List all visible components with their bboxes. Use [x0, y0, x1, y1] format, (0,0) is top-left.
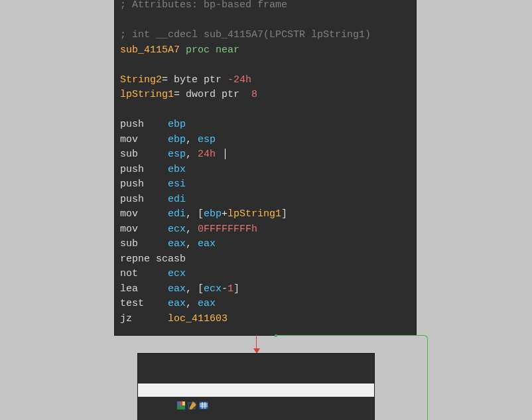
var-name: lpString1 — [120, 89, 174, 100]
asm-line[interactable]: push ebp — [120, 117, 411, 133]
comment-line: ; int __cdecl sub_4115A7(LPCSTR lpString… — [120, 28, 411, 43]
asm-line[interactable]: sub eax, eax — [120, 237, 411, 252]
register: edi — [168, 208, 186, 220]
mnemonic: push — [120, 194, 168, 205]
register: eax — [198, 238, 216, 249]
var-name: String2 — [120, 74, 162, 86]
edit-icon[interactable] — [152, 385, 161, 395]
number: 1 — [228, 283, 233, 295]
punct: = — [174, 89, 186, 100]
register: ecx — [168, 268, 186, 279]
asm-line[interactable]: test eax, eax — [120, 297, 411, 312]
number: 0FFFFFFFFh — [198, 224, 257, 235]
label-ref: lpString1 — [228, 208, 281, 220]
mnemonic: test — [120, 298, 168, 309]
proc-decl[interactable]: sub_4115A7 proc near — [120, 43, 411, 58]
asm-line[interactable]: mov ecx, 0FFFFFFFFh — [120, 222, 411, 238]
proc-label: sub_4115A7 — [120, 44, 180, 56]
asm-line[interactable]: sub esp, 24h — [120, 147, 411, 163]
register: ebp — [168, 119, 186, 130]
asm-block-1[interactable]: ; Attributes: bp-based frame; int __cdec… — [114, 0, 417, 336]
register: ecx — [204, 283, 222, 295]
asm-block-2[interactable]: lea eax, [ebp+String2]push eax ; intpush… — [137, 353, 375, 420]
punct: + — [222, 208, 228, 220]
asm-line[interactable]: not ecx — [120, 267, 411, 282]
mnemonic: mov — [120, 134, 168, 145]
var-decl[interactable]: lpString1= dword ptr 8 — [120, 88, 411, 103]
keyword: near — [216, 44, 239, 56]
punct: , [ — [186, 283, 204, 295]
punct: , [ — [186, 208, 204, 220]
register: ebx — [168, 164, 186, 175]
comment-line: ; Attributes: bp-based frame — [120, 0, 411, 13]
punct: , — [186, 149, 198, 160]
comment: ; Attributes: bp-based frame — [120, 0, 287, 11]
number: 24h — [198, 149, 216, 160]
mnemonic: sub — [120, 149, 168, 160]
mnemonic: mov — [120, 224, 168, 235]
mnemonic: push — [120, 119, 168, 130]
register: eax — [168, 283, 186, 295]
flow-arrow-false — [253, 335, 261, 354]
register: eax — [198, 298, 216, 309]
mnemonic: push — [120, 178, 168, 190]
mnemonic: repne scasb — [120, 253, 186, 265]
mnemonic: push — [120, 164, 168, 175]
var-type: byte ptr — [174, 74, 222, 86]
register: esi — [168, 178, 186, 190]
punct: - — [222, 283, 228, 295]
register: esp — [198, 134, 216, 145]
table-icon[interactable] — [163, 385, 172, 395]
punct: = — [162, 74, 174, 86]
register: ebp — [168, 134, 186, 145]
register: eax — [168, 298, 186, 309]
color-icon[interactable] — [141, 385, 150, 395]
block-toolbar — [138, 384, 374, 397]
punct: , — [186, 224, 198, 235]
asm-line[interactable]: jz loc_411603 — [120, 312, 411, 327]
keyword: proc — [186, 44, 210, 56]
asm-line[interactable]: lea eax, [ecx-1] — [120, 282, 411, 297]
asm-line[interactable]: push esi — [120, 177, 411, 192]
punct: ] — [281, 208, 287, 220]
punct: , — [186, 238, 198, 249]
var-type: dword ptr — [186, 89, 239, 100]
asm-line[interactable]: mov edi, [ebp+lpString1] — [120, 207, 411, 222]
register: ecx — [168, 224, 186, 235]
mnemonic: sub — [120, 238, 168, 249]
number: 8 — [251, 89, 257, 100]
register: eax — [168, 238, 186, 249]
mnemonic: mov — [120, 208, 168, 220]
var-decl[interactable]: String2= byte ptr -24h — [120, 73, 411, 88]
asm-line[interactable]: push ebx — [120, 163, 411, 178]
svg-rect-6 — [200, 402, 208, 409]
text-cursor — [225, 149, 226, 159]
comment: ; int __cdecl sub_4115A7(LPCSTR lpString… — [120, 29, 371, 40]
label-ref: loc_411603 — [168, 313, 228, 324]
asm-line[interactable]: repne scasb — [120, 252, 411, 267]
number: -24h — [228, 74, 251, 86]
mnemonic: not — [120, 268, 168, 279]
punct: , — [186, 134, 198, 145]
register: ebp — [204, 208, 222, 220]
mnemonic: jz — [120, 313, 168, 324]
punct: ] — [233, 283, 239, 295]
asm-line[interactable]: mov ebp, esp — [120, 133, 411, 148]
register: esp — [168, 149, 186, 160]
register: edi — [168, 194, 186, 205]
mnemonic: lea — [120, 283, 168, 295]
punct: , — [186, 298, 198, 309]
asm-line[interactable]: push edi — [120, 192, 411, 208]
